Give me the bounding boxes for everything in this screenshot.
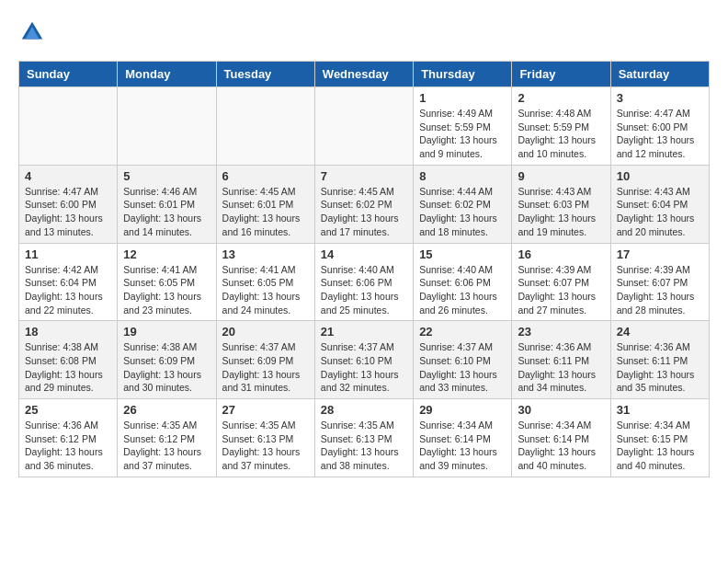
day-cell: 19 Sunrise: 4:38 AMSunset: 6:09 PMDaylig… [118, 321, 216, 399]
day-number: 9 [518, 169, 604, 183]
day-cell: 6 Sunrise: 4:45 AMSunset: 6:01 PMDayligh… [216, 165, 314, 243]
day-info: Sunrise: 4:36 AMSunset: 6:11 PMDaylight:… [518, 340, 604, 395]
week-row-4: 18 Sunrise: 4:38 AMSunset: 6:08 PMDaylig… [19, 321, 710, 399]
day-number: 22 [419, 325, 506, 339]
day-cell: 27 Sunrise: 4:35 AMSunset: 6:13 PMDaylig… [216, 399, 314, 477]
day-number: 11 [25, 247, 111, 261]
day-info: Sunrise: 4:41 AMSunset: 6:05 PMDaylight:… [123, 263, 210, 317]
day-info: Sunrise: 4:40 AMSunset: 6:06 PMDaylight:… [419, 263, 506, 317]
day-info: Sunrise: 4:47 AMSunset: 6:00 PMDaylight:… [25, 185, 111, 239]
col-header-friday: Friday [512, 62, 610, 87]
day-cell: 26 Sunrise: 4:35 AMSunset: 6:12 PMDaylig… [118, 399, 216, 477]
day-info: Sunrise: 4:36 AMSunset: 6:11 PMDaylight:… [617, 340, 703, 395]
day-cell: 23 Sunrise: 4:36 AMSunset: 6:11 PMDaylig… [512, 321, 610, 399]
day-number: 3 [617, 91, 703, 105]
col-header-monday: Monday [118, 62, 216, 87]
day-info: Sunrise: 4:44 AMSunset: 6:02 PMDaylight:… [419, 185, 506, 239]
day-info: Sunrise: 4:42 AMSunset: 6:04 PMDaylight:… [25, 263, 111, 317]
page-header [18, 18, 710, 46]
day-info: Sunrise: 4:43 AMSunset: 6:03 PMDaylight:… [518, 185, 604, 239]
col-header-saturday: Saturday [610, 62, 709, 87]
day-number: 4 [25, 169, 111, 183]
day-info: Sunrise: 4:38 AMSunset: 6:08 PMDaylight:… [25, 340, 111, 395]
day-number: 23 [518, 325, 604, 339]
day-number: 30 [518, 403, 604, 417]
col-header-sunday: Sunday [19, 62, 118, 87]
day-cell: 29 Sunrise: 4:34 AMSunset: 6:14 PMDaylig… [414, 399, 512, 477]
day-info: Sunrise: 4:35 AMSunset: 6:13 PMDaylight:… [321, 419, 407, 473]
day-number: 24 [617, 325, 703, 339]
logo [18, 18, 50, 46]
day-cell: 31 Sunrise: 4:34 AMSunset: 6:15 PMDaylig… [610, 399, 709, 477]
day-number: 14 [321, 247, 407, 261]
day-cell: 22 Sunrise: 4:37 AMSunset: 6:10 PMDaylig… [414, 321, 512, 399]
day-cell: 11 Sunrise: 4:42 AMSunset: 6:04 PMDaylig… [19, 243, 118, 321]
day-cell: 2 Sunrise: 4:48 AMSunset: 5:59 PMDayligh… [512, 87, 610, 166]
day-info: Sunrise: 4:37 AMSunset: 6:10 PMDaylight:… [419, 340, 506, 395]
day-number: 15 [419, 247, 506, 261]
day-info: Sunrise: 4:43 AMSunset: 6:04 PMDaylight:… [617, 185, 703, 239]
day-info: Sunrise: 4:39 AMSunset: 6:07 PMDaylight:… [518, 263, 604, 317]
day-info: Sunrise: 4:36 AMSunset: 6:12 PMDaylight:… [25, 419, 111, 473]
day-cell: 5 Sunrise: 4:46 AMSunset: 6:01 PMDayligh… [118, 165, 216, 243]
day-cell: 1 Sunrise: 4:49 AMSunset: 5:59 PMDayligh… [414, 87, 512, 166]
day-cell [118, 87, 216, 166]
day-number: 29 [419, 403, 506, 417]
day-info: Sunrise: 4:48 AMSunset: 5:59 PMDaylight:… [518, 107, 604, 161]
day-cell: 8 Sunrise: 4:44 AMSunset: 6:02 PMDayligh… [414, 165, 512, 243]
day-number: 2 [518, 91, 604, 105]
day-cell: 15 Sunrise: 4:40 AMSunset: 6:06 PMDaylig… [414, 243, 512, 321]
day-number: 20 [222, 325, 309, 339]
col-header-tuesday: Tuesday [216, 62, 314, 87]
day-number: 8 [419, 169, 506, 183]
day-cell [216, 87, 314, 166]
day-cell: 9 Sunrise: 4:43 AMSunset: 6:03 PMDayligh… [512, 165, 610, 243]
day-number: 13 [222, 247, 309, 261]
week-row-1: 1 Sunrise: 4:49 AMSunset: 5:59 PMDayligh… [19, 87, 710, 166]
logo-icon [18, 18, 46, 46]
day-number: 1 [419, 91, 506, 105]
day-info: Sunrise: 4:34 AMSunset: 6:15 PMDaylight:… [617, 419, 703, 473]
day-cell [19, 87, 118, 166]
day-number: 26 [123, 403, 210, 417]
day-info: Sunrise: 4:46 AMSunset: 6:01 PMDaylight:… [123, 185, 210, 239]
day-info: Sunrise: 4:35 AMSunset: 6:13 PMDaylight:… [222, 419, 309, 473]
day-info: Sunrise: 4:45 AMSunset: 6:01 PMDaylight:… [222, 185, 309, 239]
col-header-wednesday: Wednesday [314, 62, 413, 87]
day-info: Sunrise: 4:37 AMSunset: 6:10 PMDaylight:… [321, 340, 407, 395]
calendar-table: SundayMondayTuesdayWednesdayThursdayFrid… [18, 61, 710, 477]
day-cell: 12 Sunrise: 4:41 AMSunset: 6:05 PMDaylig… [118, 243, 216, 321]
day-cell: 18 Sunrise: 4:38 AMSunset: 6:08 PMDaylig… [19, 321, 118, 399]
day-cell: 3 Sunrise: 4:47 AMSunset: 6:00 PMDayligh… [610, 87, 709, 166]
day-cell [314, 87, 413, 166]
day-number: 18 [25, 325, 111, 339]
col-header-thursday: Thursday [414, 62, 512, 87]
day-info: Sunrise: 4:47 AMSunset: 6:00 PMDaylight:… [617, 107, 703, 161]
day-number: 7 [321, 169, 407, 183]
day-info: Sunrise: 4:41 AMSunset: 6:05 PMDaylight:… [222, 263, 309, 317]
day-info: Sunrise: 4:45 AMSunset: 6:02 PMDaylight:… [321, 185, 407, 239]
day-number: 12 [123, 247, 210, 261]
day-number: 10 [617, 169, 703, 183]
day-info: Sunrise: 4:40 AMSunset: 6:06 PMDaylight:… [321, 263, 407, 317]
day-info: Sunrise: 4:34 AMSunset: 6:14 PMDaylight:… [419, 419, 506, 473]
day-info: Sunrise: 4:38 AMSunset: 6:09 PMDaylight:… [123, 340, 210, 395]
day-number: 6 [222, 169, 309, 183]
day-cell: 25 Sunrise: 4:36 AMSunset: 6:12 PMDaylig… [19, 399, 118, 477]
day-info: Sunrise: 4:49 AMSunset: 5:59 PMDaylight:… [419, 107, 506, 161]
day-cell: 17 Sunrise: 4:39 AMSunset: 6:07 PMDaylig… [610, 243, 709, 321]
day-info: Sunrise: 4:39 AMSunset: 6:07 PMDaylight:… [617, 263, 703, 317]
day-number: 25 [25, 403, 111, 417]
day-cell: 16 Sunrise: 4:39 AMSunset: 6:07 PMDaylig… [512, 243, 610, 321]
day-number: 28 [321, 403, 407, 417]
day-number: 19 [123, 325, 210, 339]
day-info: Sunrise: 4:34 AMSunset: 6:14 PMDaylight:… [518, 419, 604, 473]
day-cell: 21 Sunrise: 4:37 AMSunset: 6:10 PMDaylig… [314, 321, 413, 399]
day-cell: 24 Sunrise: 4:36 AMSunset: 6:11 PMDaylig… [610, 321, 709, 399]
header-row: SundayMondayTuesdayWednesdayThursdayFrid… [19, 62, 710, 87]
week-row-2: 4 Sunrise: 4:47 AMSunset: 6:00 PMDayligh… [19, 165, 710, 243]
day-cell: 7 Sunrise: 4:45 AMSunset: 6:02 PMDayligh… [314, 165, 413, 243]
day-number: 31 [617, 403, 703, 417]
day-cell: 30 Sunrise: 4:34 AMSunset: 6:14 PMDaylig… [512, 399, 610, 477]
day-info: Sunrise: 4:37 AMSunset: 6:09 PMDaylight:… [222, 340, 309, 395]
